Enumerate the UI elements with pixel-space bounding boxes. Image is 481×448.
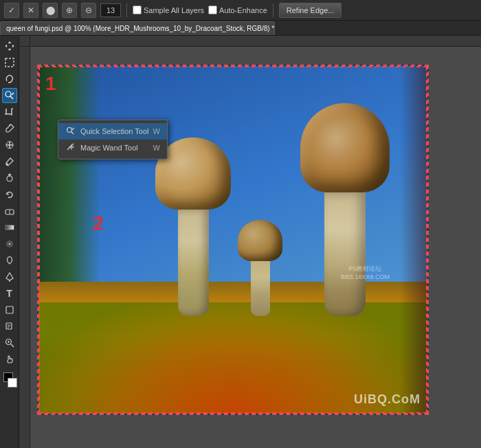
watermark: PS教程论坛 BBS.16XX8.COM (341, 265, 390, 282)
brush-sub-icon[interactable]: ⊖ (81, 3, 96, 18)
brush-tool[interactable] (2, 154, 17, 169)
sample-all-layers-label[interactable]: Sample All Layers (133, 5, 204, 14)
zoom-tool[interactable] (2, 335, 17, 350)
tab-bar: queen of fungi.psd @ 100% (More_HDR_Mush… (0, 21, 481, 36)
medium-mushroom (155, 137, 231, 316)
heal-tool[interactable] (2, 137, 17, 153)
svg-rect-0 (5, 58, 14, 67)
canvas-area: 2300 2350 2400 2450 2500 2550 2600 2650 … (19, 36, 481, 448)
svg-point-3 (6, 164, 8, 166)
notes-tool[interactable] (2, 319, 17, 334)
active-tab[interactable]: queen of fungi.psd @ 100% (More_HDR_Mush… (0, 21, 275, 35)
svg-point-29 (67, 128, 72, 133)
small-mushroom-stem (251, 261, 270, 316)
gradient-tool[interactable] (2, 220, 17, 235)
large-mushroom-stem (324, 192, 366, 316)
vertical-ruler (19, 47, 30, 448)
auto-enhance-checkbox[interactable] (208, 5, 217, 14)
tool-check-icon[interactable]: ✓ (4, 3, 19, 18)
refine-edge-button[interactable]: Refine Edge... (279, 3, 342, 18)
svg-rect-28 (19, 47, 30, 448)
lasso-tool[interactable] (2, 71, 17, 87)
text-tool[interactable]: T (2, 286, 17, 301)
svg-point-8 (8, 243, 11, 245)
label-2: 2 (93, 212, 104, 234)
clone-tool[interactable] (2, 170, 17, 186)
quick-selection-shortcut: W (153, 127, 160, 135)
separator-2 (273, 3, 273, 17)
brush-size-value[interactable]: 13 (100, 3, 121, 17)
foreground-color[interactable] (2, 372, 17, 388)
right-edge-shadow (400, 66, 427, 414)
magic-wand-menu-item[interactable]: Magic Wand Tool W (58, 139, 167, 156)
magic-wand-menu-icon (65, 142, 76, 153)
tool-flyout-menu: Quick Selection Tool W Magic Wand Tool W (58, 120, 168, 159)
crop-tool[interactable] (2, 104, 17, 120)
svg-point-4 (7, 176, 12, 181)
magic-wand-label: Magic Wand Tool (80, 144, 138, 152)
svg-rect-9 (6, 306, 13, 313)
marquee-tool[interactable] (2, 55, 17, 70)
dodge-tool[interactable] (2, 253, 17, 268)
svg-rect-6 (5, 225, 14, 229)
auto-enhance-label[interactable]: Auto-Enhance (208, 5, 267, 14)
separator-1 (126, 3, 127, 17)
small-mushroom-cap (238, 220, 282, 261)
svg-point-1 (5, 91, 11, 97)
tab-filename: queen of fungi.psd @ 100% (More_HDR_Mush… (6, 25, 274, 32)
pen-tool[interactable] (2, 269, 17, 284)
sample-all-layers-checkbox[interactable] (133, 5, 142, 14)
tool-x-icon[interactable]: ✕ (23, 3, 38, 18)
main-area: T 2300 2350 (0, 36, 481, 448)
quick-selection-menu-item[interactable]: Quick Selection Tool W (58, 123, 167, 139)
small-mushroom (238, 220, 282, 316)
medium-mushroom-stem (178, 210, 209, 316)
brush-size-icon[interactable]: ⬤ (43, 3, 58, 18)
canvas-image: 1 2 PS教程论坛 BBS.16XX8.COM UiBQ.CoM (37, 65, 429, 415)
magic-wand-shortcut: W (153, 144, 160, 152)
uibq-watermark: UiBQ.CoM (354, 392, 421, 407)
large-mushroom-cap (300, 103, 390, 192)
eyedropper-tool[interactable] (2, 121, 17, 136)
quick-selection-tool[interactable] (2, 88, 17, 103)
horizontal-ruler: 2300 2350 2400 2450 2500 2550 2600 2650 … (19, 36, 481, 47)
quick-selection-label: Quick Selection Tool (80, 127, 148, 135)
brush-add-icon[interactable]: ⊕ (62, 3, 77, 18)
blur-tool[interactable] (2, 236, 17, 251)
canvas-viewport[interactable]: 1 2 PS教程论坛 BBS.16XX8.COM UiBQ.CoM (30, 58, 481, 448)
top-toolbar: ✓ ✕ ⬤ ⊕ ⊖ 13 Sample All Layers Auto-Enha… (0, 0, 481, 21)
shape-tool[interactable] (2, 302, 17, 317)
eraser-tool[interactable] (2, 203, 17, 219)
quick-selection-menu-icon (65, 126, 76, 137)
svg-rect-10 (6, 323, 12, 329)
large-mushroom (300, 103, 390, 316)
hand-tool[interactable] (2, 352, 17, 367)
move-tool[interactable] (2, 38, 17, 54)
left-toolbar: T (0, 36, 19, 448)
label-1: 1 (45, 73, 56, 95)
history-tool[interactable] (2, 187, 17, 202)
mushroom-scene: 1 2 PS教程论坛 BBS.16XX8.COM UiBQ.CoM (38, 66, 427, 414)
